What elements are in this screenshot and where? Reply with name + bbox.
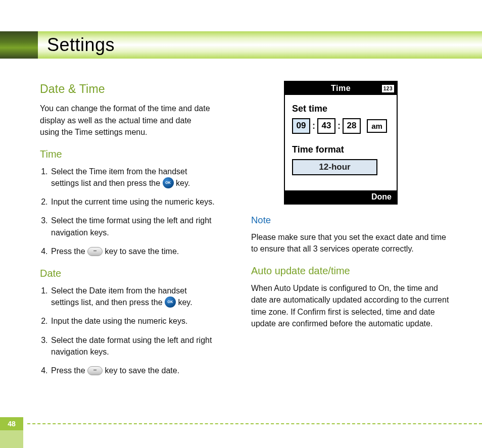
time-format-field[interactable]: 12-hour	[292, 159, 377, 176]
heading-date-time: Date & Time	[40, 81, 237, 97]
input-mode-badge: 123	[381, 84, 395, 93]
page-title: Settings	[38, 31, 482, 59]
text: Select the Time item from the handset	[51, 167, 187, 176]
date-step-4: Press the key to save the date.	[50, 365, 237, 376]
text: Press the	[51, 366, 87, 375]
phone-title-text: Time	[331, 82, 351, 94]
text: Select the time format using the left an…	[51, 216, 212, 225]
phone-softkey-bar: Done	[285, 190, 397, 204]
note-body: Please make sure that you set the exact …	[251, 231, 453, 255]
text: key.	[176, 179, 190, 187]
time-step-2: Input the current time using the numeric…	[50, 196, 237, 208]
ampm-field[interactable]: am	[367, 119, 387, 133]
page-number: 48	[0, 417, 23, 430]
heading-auto-update: Auto update date/time	[251, 264, 453, 278]
date-steps: Select the Date item from the handset se…	[40, 285, 237, 376]
time-hours-field[interactable]: 09	[292, 118, 310, 134]
phone-body: Set time 09 : 43 : 28 am Time format 12-…	[285, 95, 397, 190]
set-time-label: Set time	[292, 102, 390, 115]
time-minutes-field[interactable]: 43	[317, 118, 335, 134]
intro-line3: using the Time settings menu.	[40, 128, 148, 136]
date-step-1: Select the Date item from the handset se…	[50, 285, 237, 308]
page-body: Date & Time You can change the format of…	[40, 81, 467, 415]
time-fields: 09 : 43 : 28 am	[292, 118, 390, 134]
text: Select the date format using the left an…	[51, 336, 212, 344]
date-step-2: Input the date using the numeric keys.	[50, 315, 237, 327]
phone-screenshot: Time 123 Set time 09 : 43 : 28 am Time f…	[284, 81, 398, 205]
text: navigation keys.	[51, 347, 109, 356]
soft-key-icon	[87, 366, 103, 375]
intro-line1: You can change the format of the time an…	[40, 104, 210, 113]
phone-shell: Time 123 Set time 09 : 43 : 28 am Time f…	[284, 81, 398, 205]
page-footer: 48	[0, 417, 482, 430]
heading-time: Time	[40, 147, 237, 162]
ok-key-icon	[163, 177, 174, 188]
time-format-label: Time format	[292, 143, 390, 156]
text: key.	[178, 298, 192, 307]
auto-update-body: When Auto Update is configured to On, th…	[251, 282, 453, 329]
intro-line2: display as well as the actual time and d…	[40, 116, 191, 125]
text: key to save the time.	[105, 247, 179, 256]
ok-key-icon	[165, 296, 176, 308]
text: Press the	[51, 247, 87, 256]
page-header: Settings	[0, 31, 482, 59]
text: Select the Date item from the handset	[51, 286, 187, 295]
done-softkey[interactable]: Done	[371, 191, 392, 203]
right-column: Time 123 Set time 09 : 43 : 28 am Time f…	[251, 81, 453, 415]
colon: :	[312, 119, 315, 132]
phone-titlebar: Time 123	[285, 82, 397, 95]
footer-accent	[0, 430, 23, 448]
heading-date: Date	[40, 266, 237, 281]
left-column: Date & Time You can change the format of…	[40, 81, 237, 415]
intro-text: You can change the format of the time an…	[40, 103, 237, 138]
text: settings list and then press the	[51, 179, 163, 187]
text: settings list, and then press the	[51, 298, 165, 307]
text: navigation keys.	[51, 228, 109, 237]
time-steps: Select the Time item from the handset se…	[40, 166, 237, 257]
time-step-3: Select the time format using the left an…	[50, 215, 237, 238]
time-step-4: Press the key to save the time.	[50, 245, 237, 257]
date-step-3: Select the date format using the left an…	[50, 334, 237, 358]
heading-note: Note	[251, 214, 453, 227]
soft-key-icon	[87, 247, 103, 256]
time-step-1: Select the Time item from the handset se…	[50, 166, 237, 189]
time-seconds-field[interactable]: 28	[343, 118, 361, 134]
header-accent	[0, 31, 38, 59]
footer-divider	[27, 423, 482, 424]
text: key to save the date.	[105, 366, 179, 375]
colon: :	[338, 119, 341, 132]
